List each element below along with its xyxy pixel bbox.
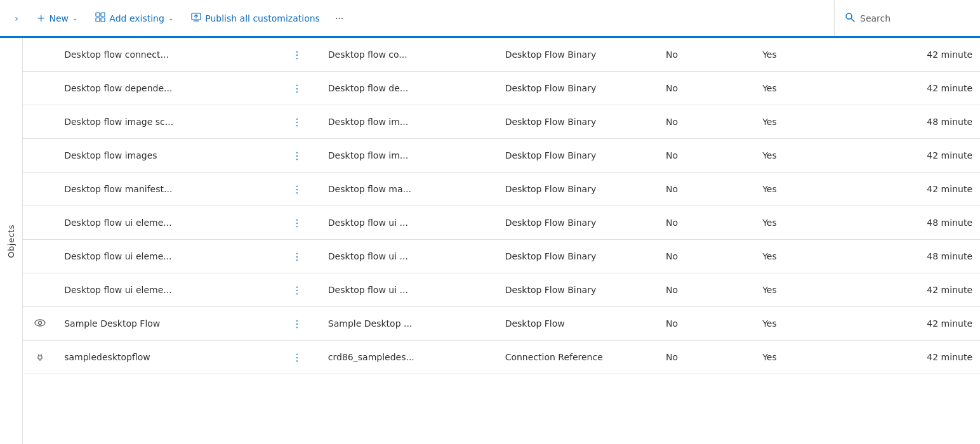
svg-point-9 [35, 320, 45, 326]
table-row: Desktop flow image sc... ⋮ Desktop flow … [23, 105, 980, 139]
row-type: Desktop Flow Binary [498, 173, 658, 206]
row-more[interactable]: ⋮ [282, 72, 321, 105]
row-display-name: Desktop flow co... [321, 38, 498, 72]
publish-label: Publish all customizations [205, 13, 320, 23]
table-row: Desktop flow connect... ⋮ Desktop flow c… [23, 38, 980, 72]
table-row: Desktop flow depende... ⋮ Desktop flow d… [23, 72, 980, 105]
chevron-right-icon: › [15, 13, 18, 23]
row-more[interactable]: ⋮ [282, 307, 321, 341]
table-row: Desktop flow ui eleme... ⋮ Desktop flow … [23, 240, 980, 273]
row-modified: 42 minute [851, 38, 980, 72]
row-managed: No [658, 341, 755, 374]
row-more-button[interactable]: ⋮ [289, 249, 305, 264]
row-icon [23, 307, 56, 341]
row-customizable: Yes [755, 173, 851, 206]
publish-icon [191, 12, 201, 25]
add-existing-icon [95, 12, 105, 25]
toolbar: › + New ⌄ Add existing ⌄ Publish al [0, 0, 980, 38]
row-customizable: Yes [755, 105, 851, 139]
search-box[interactable]: Search [834, 0, 974, 36]
more-options-button[interactable]: ··· [330, 10, 348, 27]
svg-rect-0 [96, 13, 100, 16]
row-managed: No [658, 38, 755, 72]
row-name: Sample Desktop Flow [56, 307, 282, 341]
row-icon [23, 206, 56, 240]
row-display-name: Desktop flow de... [321, 72, 498, 105]
row-more-button[interactable]: ⋮ [289, 215, 305, 230]
row-display-name: Desktop flow im... [321, 105, 498, 139]
row-more-button[interactable]: ⋮ [289, 148, 305, 163]
new-button[interactable]: + New ⌄ [29, 8, 85, 28]
main-layout: Objects Desktop flow connect... ⋮ Deskto… [0, 38, 980, 444]
row-icon [23, 105, 56, 139]
row-more-button[interactable]: ⋮ [289, 349, 305, 365]
row-icon [23, 273, 56, 307]
row-more[interactable]: ⋮ [282, 173, 321, 206]
row-name: Desktop flow manifest... [56, 173, 282, 206]
row-display-name: Desktop flow ma... [321, 173, 498, 206]
table-row: Desktop flow images ⋮ Desktop flow im...… [23, 139, 980, 173]
row-name: Desktop flow ui eleme... [56, 206, 282, 240]
row-icon [23, 139, 56, 173]
search-icon [845, 12, 855, 25]
row-managed: No [658, 273, 755, 307]
row-type: Desktop Flow Binary [498, 72, 658, 105]
row-type: Desktop Flow [498, 307, 658, 341]
row-more-button[interactable]: ⋮ [289, 181, 305, 197]
row-more-button[interactable]: ⋮ [289, 114, 305, 129]
publish-button[interactable]: Publish all customizations [183, 8, 328, 29]
svg-rect-2 [96, 18, 100, 22]
row-icon [23, 38, 56, 72]
row-customizable: Yes [755, 72, 851, 105]
row-modified: 42 minute [851, 173, 980, 206]
table-row: Desktop flow ui eleme... ⋮ Desktop flow … [23, 206, 980, 240]
row-display-name: Desktop flow ui ... [321, 240, 498, 273]
row-more[interactable]: ⋮ [282, 240, 321, 273]
row-managed: No [658, 307, 755, 341]
expand-button[interactable]: › [6, 8, 27, 29]
row-modified: 48 minute [851, 206, 980, 240]
row-modified: 48 minute [851, 105, 980, 139]
row-more-button[interactable]: ⋮ [289, 316, 305, 331]
table-row: Sample Desktop Flow ⋮ Sample Desktop ...… [23, 307, 980, 341]
row-name: Desktop flow images [56, 139, 282, 173]
row-name: sampledesktopflow [56, 341, 282, 374]
row-name: Desktop flow image sc... [56, 105, 282, 139]
row-name: Desktop flow ui eleme... [56, 273, 282, 307]
add-existing-button[interactable]: Add existing ⌄ [88, 8, 181, 29]
row-more[interactable]: ⋮ [282, 273, 321, 307]
row-display-name: Sample Desktop ... [321, 307, 498, 341]
svg-line-8 [851, 18, 854, 22]
row-modified: 48 minute [851, 240, 980, 273]
row-more[interactable]: ⋮ [282, 105, 321, 139]
row-name: Desktop flow connect... [56, 38, 282, 72]
new-chevron-icon: ⌄ [72, 15, 77, 22]
add-existing-label: Add existing [109, 13, 164, 23]
row-more[interactable]: ⋮ [282, 341, 321, 374]
row-name: Desktop flow ui eleme... [56, 240, 282, 273]
row-customizable: Yes [755, 206, 851, 240]
row-more-button[interactable]: ⋮ [289, 81, 305, 96]
row-customizable: Yes [755, 38, 851, 72]
row-type: Connection Reference [498, 341, 658, 374]
row-managed: No [658, 139, 755, 173]
svg-rect-1 [101, 13, 105, 16]
row-type: Desktop Flow Binary [498, 105, 658, 139]
row-managed: No [658, 72, 755, 105]
more-dots-icon: ··· [335, 13, 343, 23]
row-more-button[interactable]: ⋮ [289, 282, 305, 297]
row-customizable: Yes [755, 307, 851, 341]
svg-point-10 [38, 321, 41, 324]
table-row: sampledesktopflow ⋮ crd86_sampledes... C… [23, 341, 980, 374]
row-type: Desktop Flow Binary [498, 38, 658, 72]
row-more[interactable]: ⋮ [282, 38, 321, 72]
row-managed: No [658, 240, 755, 273]
objects-label: Objects [6, 225, 16, 258]
row-more[interactable]: ⋮ [282, 206, 321, 240]
row-display-name: Desktop flow im... [321, 139, 498, 173]
table-row: Desktop flow manifest... ⋮ Desktop flow … [23, 173, 980, 206]
row-display-name: crd86_sampledes... [321, 341, 498, 374]
row-more-button[interactable]: ⋮ [289, 47, 305, 62]
row-more[interactable]: ⋮ [282, 139, 321, 173]
new-plus-icon: + [37, 12, 45, 24]
